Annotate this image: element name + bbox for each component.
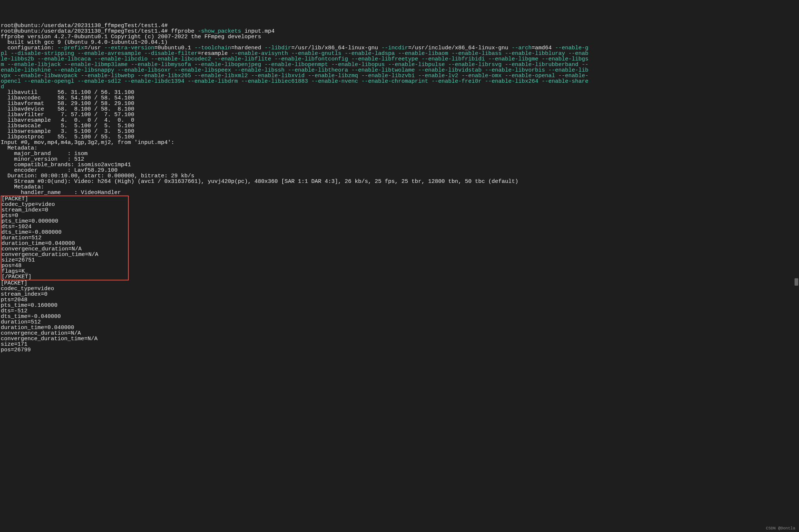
- packet-line: codec_type=video: [1, 202, 98, 207]
- packet-line: size=26751: [1, 257, 98, 263]
- lib-version-line: libpostproc 55. 5.100 / 55. 5.100: [1, 134, 798, 140]
- packet-line: duration_time=0.040000: [1, 325, 798, 331]
- packet-line: stream_index=0: [1, 292, 798, 297]
- lib-version-line: libavformat 58. 29.100 / 58. 29.100: [1, 101, 798, 106]
- packet-line: pts=0: [1, 213, 98, 219]
- input-metadata-line: compatible_brands: isomiso2avc1mp41: [1, 162, 798, 168]
- packet-line: codec_type=video: [1, 286, 798, 292]
- input-metadata-line: handler_name : VideoHandler: [1, 190, 798, 196]
- input-metadata-line: major_brand : isom: [1, 151, 798, 157]
- packet-line: pts=2048: [1, 297, 798, 303]
- packet-line: [/PACKET]: [1, 274, 98, 280]
- packet-line: pos=48: [1, 263, 98, 269]
- prompt-line: root@ubuntu:/userdata/20231130_ffmpegTes…: [1, 23, 798, 29]
- lib-version-line: libavcodec 58. 54.100 / 58. 54.100: [1, 95, 798, 101]
- packet-line: dts_time=-0.040000: [1, 314, 798, 319]
- packet-line: pts_time=0.000000: [1, 219, 98, 224]
- scrollbar-thumb[interactable]: [795, 278, 798, 286]
- packet-line: convergence_duration=N/A: [1, 331, 798, 336]
- packet-line: convergence_duration_time=N/A: [1, 252, 98, 257]
- input-metadata-line: Duration: 00:00:10.00, start: 0.000000, …: [1, 173, 798, 179]
- input-metadata-line: encoder : Lavf58.29.100: [1, 168, 798, 173]
- packet-line: pos=26799: [1, 347, 798, 353]
- packet-line: stream_index=0: [1, 207, 98, 213]
- lib-version-line: libswresample 3. 5.100 / 3. 5.100: [1, 129, 798, 134]
- packet-line: flags=K_: [1, 269, 98, 274]
- input-metadata-line: Stream #0:0(und): Video: h264 (High) (av…: [1, 179, 798, 184]
- ffprobe-configuration: configuration: --prefix=/usr --extra-ver…: [1, 45, 798, 90]
- lib-version-line: libavfilter 7. 57.100 / 7. 57.100: [1, 112, 798, 118]
- terminal-output: root@ubuntu:/userdata/20231130_ffmpegTes…: [1, 23, 798, 353]
- packet-line: dts=-512: [1, 308, 798, 314]
- packet-line: convergence_duration=N/A: [1, 246, 98, 252]
- packet-line: duration_time=0.040000: [1, 241, 98, 246]
- packet-line: size=171: [1, 342, 798, 347]
- packet-line: [PACKET]: [1, 280, 798, 286]
- packet-line: convergence_duration_time=N/A: [1, 336, 798, 342]
- packet-line: dts_time=-0.080000: [1, 230, 98, 235]
- packet-line: dts=-1024: [1, 224, 98, 230]
- lib-version-line: libavutil 56. 31.100 / 56. 31.100: [1, 90, 798, 95]
- packet-line: duration=512: [1, 235, 98, 241]
- highlighted-packet-box: [PACKET]codec_type=videostream_index=0pt…: [1, 196, 129, 280]
- input-metadata-line: Metadata:: [1, 145, 798, 151]
- ffprobe-header-line: built with gcc 9 (Ubuntu 9.4.0-1ubuntu1~…: [1, 40, 798, 45]
- lib-version-line: libavdevice 58. 8.100 / 58. 8.100: [1, 106, 798, 112]
- packet-line: duration=512: [1, 319, 798, 325]
- input-metadata-line: minor_version : 512: [1, 157, 798, 162]
- input-metadata-line: Metadata:: [1, 184, 798, 190]
- packet-line: pts_time=0.160000: [1, 303, 798, 308]
- ffprobe-header-line: ffprobe version 4.2.7-0ubuntu0.1 Copyrig…: [1, 34, 798, 40]
- lib-version-line: libavresample 4. 0. 0 / 4. 0. 0: [1, 118, 798, 123]
- packet-line: [PACKET]: [1, 196, 98, 202]
- command-line: root@ubuntu:/userdata/20231130_ffmpegTes…: [1, 29, 798, 34]
- input-metadata-line: Input #0, mov,mp4,m4a,3gp,3g2,mj2, from …: [1, 140, 798, 145]
- lib-version-line: libswscale 5. 5.100 / 5. 5.100: [1, 123, 798, 129]
